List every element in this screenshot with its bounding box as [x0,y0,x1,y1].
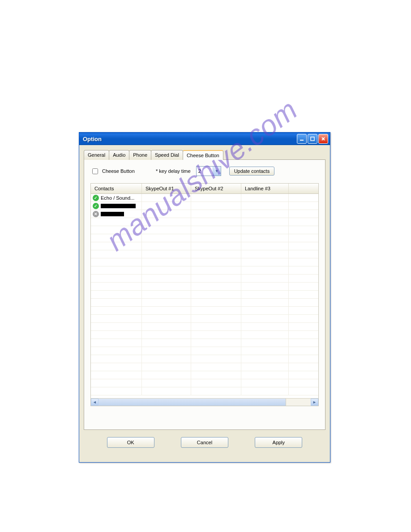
status-online-icon: ✓ [93,203,99,209]
grid-body: ✓ Echo / Sound... ✓ ✕ [91,194,318,398]
table-row[interactable]: ✕ [91,210,318,218]
key-delay-label: * key delay time [156,168,191,174]
status-offline-icon: ✕ [93,211,99,217]
scroll-left-icon[interactable]: ◄ [91,399,98,406]
contact-name-redacted [101,204,136,208]
tab-strip: General Audio Phone Speed Dial Cheese Bu… [84,150,325,160]
col-skypeout1[interactable]: SkypeOut #1 [142,184,191,193]
tab-general[interactable]: General [84,150,109,160]
col-contacts[interactable]: Contacts [91,184,142,193]
options-row: Cheese Button * key delay time 2 ▼ Updat… [90,166,319,176]
tab-phone[interactable]: Phone [129,150,151,160]
cheese-button-checkbox[interactable] [92,168,98,174]
key-delay-value: 2 [197,168,213,174]
cheese-button-checkbox-label: Cheese Button [102,168,135,174]
scroll-track[interactable] [98,399,286,406]
close-icon [321,137,325,141]
apply-button[interactable]: Apply [255,437,302,448]
col-landline3[interactable]: Landline #3 [241,184,289,193]
contact-name: Echo / Sound... [101,195,134,201]
cheese-button-checkbox-wrap[interactable]: Cheese Button [90,167,149,176]
table-row[interactable]: ✓ Echo / Sound... [91,194,318,202]
close-button[interactable] [318,134,328,144]
svg-rect-1 [311,137,314,141]
tab-panel: Cheese Button * key delay time 2 ▼ Updat… [84,159,325,430]
window-content: General Audio Phone Speed Dial Cheese Bu… [79,145,330,452]
ok-button[interactable]: OK [107,437,154,448]
option-window: Option General Audio Phone Speed Dial Ch… [79,132,330,463]
chevron-down-icon: ▼ [213,167,221,176]
horizontal-scrollbar[interactable]: ◄ ► [91,398,318,406]
contact-name-redacted [101,212,124,216]
status-online-icon: ✓ [93,195,99,201]
minimize-button[interactable] [297,134,307,144]
window-title: Option [83,136,296,142]
cancel-button[interactable]: Cancel [181,437,228,448]
titlebar[interactable]: Option [79,133,330,145]
svg-rect-0 [300,140,304,141]
tab-cheese-button[interactable]: Cheese Button [183,150,223,160]
minimize-icon [300,137,304,141]
scroll-right-icon[interactable]: ► [311,399,318,406]
table-row[interactable]: ✓ [91,202,318,210]
key-delay-select[interactable]: 2 ▼ [196,166,221,176]
col-skypeout2[interactable]: SkypeOut #2 [191,184,241,193]
tab-speed-dial[interactable]: Speed Dial [151,150,183,160]
maximize-icon [310,137,315,141]
contacts-grid: Contacts SkypeOut #1 SkypeOut #2 Landlin… [90,183,319,406]
grid-header: Contacts SkypeOut #1 SkypeOut #2 Landlin… [91,184,318,194]
tab-audio[interactable]: Audio [109,150,129,160]
dialog-footer: OK Cancel Apply [84,430,325,448]
scroll-gap [286,399,311,406]
update-contacts-button[interactable]: Update contacts [229,167,275,176]
maximize-button[interactable] [308,134,317,144]
